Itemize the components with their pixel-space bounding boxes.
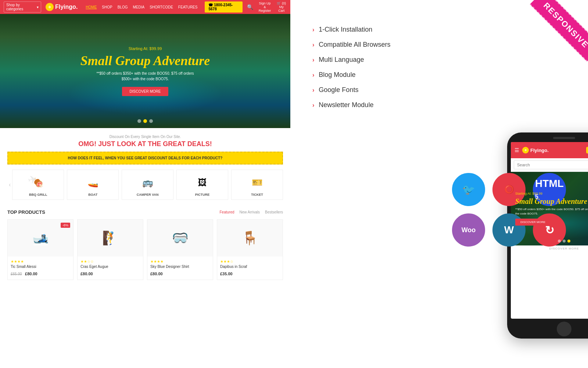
tech-icon-twitter[interactable]: 🐦 [452, 173, 485, 206]
picture-icon: 🖼 [194, 174, 211, 191]
boat-label: BOAT [88, 193, 97, 197]
shop-by-label: Shop by categories [6, 3, 36, 11]
phone-dot-3[interactable] [567, 240, 570, 243]
left-panel: Shop by categories ▾ ✈ Flyingo. HOME SHO… [0, 0, 290, 368]
hero-section: Starting At: $99.99 Small Group Adventur… [0, 14, 290, 128]
product-name-3: Dapibus in Scraf [220, 265, 280, 269]
product-stars-1: ★★☆☆ [80, 259, 140, 263]
nav-shop[interactable]: SHOP [102, 5, 112, 9]
hero-title: Small Group Adventure [80, 53, 210, 68]
feature-label-4: Google Fonts [319, 86, 358, 94]
boat-icon: 🚤 [85, 174, 101, 191]
feature-item-5: › Newsletter Module [312, 101, 566, 109]
navbar-logo[interactable]: ✈ Flyingo. [46, 3, 78, 11]
phone-speaker [553, 137, 575, 139]
product-card-2[interactable]: 🥽 ★★★★ Sky Blue Designer Shirt £80.00 [147, 219, 213, 280]
phone-nav-right: 📞 👤 🛒 0 [586, 147, 588, 153]
wordpress-icon: W [504, 224, 514, 236]
product-name-0: Tic Small Alessi [11, 265, 70, 269]
camper-van-label: CAMPER VAN [137, 193, 159, 197]
phone-search-bar: 🔍 [511, 158, 588, 172]
phone-dots [558, 240, 570, 243]
responsive-badge: RESPONSIVE [514, 0, 588, 74]
product-card-1[interactable]: 🧗 ★★☆☆ Cras Eget Augue £80.00 [77, 219, 143, 280]
logo-icon: ✈ [46, 3, 54, 11]
feature-label-2: Multi Language [319, 56, 364, 64]
cart-link[interactable]: 🛒 (0) My Cart [276, 1, 287, 13]
categories-prev-arrow[interactable]: ‹ [7, 181, 12, 188]
nav-shortcode[interactable]: SHORTCODE [150, 5, 173, 9]
tab-new-arrivals[interactable]: New Arrivals [240, 210, 260, 214]
feature-arrow-icon-4: › [312, 87, 314, 93]
phone-home-button[interactable] [557, 322, 571, 336]
hero-dot-2[interactable] [143, 119, 147, 123]
deals-banner: HOW DOES IT FEEL, WHEN YOU SEE GREAT DIS… [7, 152, 283, 164]
product-img-1: 🧗 [78, 220, 143, 256]
product-card-3[interactable]: 🪑 ★★★☆ Dapibus in Scraf £35.00 [217, 219, 283, 280]
category-camper-van[interactable]: 🚌 CAMPER VAN [122, 170, 173, 200]
deals-subtitle: Discount On Every Single Item On Our Sit… [7, 135, 283, 139]
phone-hero-button[interactable]: DISCOVER MORE [515, 219, 551, 226]
category-boat[interactable]: 🚤 BOAT [67, 170, 119, 200]
nav-features[interactable]: FEATURES [178, 5, 198, 9]
picture-label: PICTURE [195, 193, 210, 197]
deals-title: OMG! JUST LOOK AT THE GREAT DEALS! [7, 140, 283, 148]
phone-hero-starting: Starting At: $99.99 [515, 192, 542, 195]
phone-dot-2[interactable] [563, 240, 566, 243]
feature-arrow-icon-5: › [312, 102, 314, 109]
search-icon[interactable]: 🔍 [247, 4, 253, 10]
phone-search-input[interactable] [514, 160, 588, 169]
category-ticket[interactable]: 🎫 TICKET [231, 170, 283, 200]
responsive-badge-text: RESPONSIVE [530, 0, 588, 61]
phone-dot-1[interactable] [558, 240, 561, 243]
phone-call-icon[interactable]: 📞 [586, 147, 588, 153]
hero-starting: Starting At: $99.99 [129, 46, 162, 51]
ticket-icon: 🎫 [249, 174, 265, 191]
product-badge-0: -6% [61, 223, 70, 228]
bbq-label: BBQ GRILL [29, 193, 47, 197]
feature-arrow-icon-2: › [312, 57, 314, 63]
deals-section: Discount On Every Single Item On Our Sit… [0, 128, 290, 209]
twitter-icon: 🐦 [462, 184, 475, 196]
hero-dot-1[interactable] [137, 119, 141, 123]
nav-blog[interactable]: BLOG [118, 5, 128, 9]
nav-right: 🔍 Sign Up & Register 🛒 (0) My Cart [247, 1, 287, 13]
hero-dots [137, 119, 153, 123]
tab-featured[interactable]: Featured [219, 210, 234, 214]
product-info-2: ★★★★ Sky Blue Designer Shirt £80.00 [147, 256, 213, 280]
phone-logo-text: Flyingo. [530, 148, 549, 153]
phone-button[interactable]: ☎ 1800-2345-5678 [205, 1, 243, 13]
opencart-icon: ⭕ [504, 185, 514, 194]
hamburger-icon[interactable]: ☰ [514, 147, 519, 153]
category-bbq-grill[interactable]: 🍖 BBQ GRILL [12, 170, 64, 200]
phone-navbar: ☰ ✈ Flyingo. 📞 👤 🛒 0 [511, 142, 588, 158]
products-grid: -6% 🎿 ★★★★ Tic Small Alessi £65.00 £80.0… [7, 219, 283, 280]
hero-subtitle: **$50 off orders $350+ with the code BOO… [94, 71, 197, 82]
shop-by-button[interactable]: Shop by categories ▾ [4, 1, 41, 13]
feature-arrow-icon-0: › [312, 26, 314, 33]
hero-dot-3[interactable] [149, 119, 153, 123]
products-title: TOP PRODUCTS [7, 209, 45, 215]
navbar: Shop by categories ▾ ✈ Flyingo. HOME SHO… [0, 0, 290, 14]
tab-bestsellers[interactable]: Bestsellers [265, 210, 283, 214]
categories-row: ‹ 🍖 BBQ GRILL 🚤 BOAT 🚌 CAMPER VAN 🖼 PICT… [7, 170, 283, 200]
categories-list: 🍖 BBQ GRILL 🚤 BOAT 🚌 CAMPER VAN 🖼 PICTUR… [12, 170, 283, 200]
sign-up-link[interactable]: Sign Up & Register [258, 1, 272, 13]
product-stars-0: ★★★★ [11, 259, 70, 263]
product-card-0[interactable]: -6% 🎿 ★★★★ Tic Small Alessi £65.00 £80.0… [7, 219, 74, 280]
right-panel: RESPONSIVE › 1-Click Installation › Comp… [290, 0, 588, 368]
phone-hero-title: Small Group Adventure [515, 197, 587, 206]
tech-icon-woocommerce[interactable]: Woo [452, 213, 485, 247]
dropdown-arrow-icon: ▾ [37, 5, 39, 9]
category-picture[interactable]: 🖼 PICTURE [176, 170, 228, 200]
feature-item-4: › Google Fonts [312, 86, 566, 94]
refresh-icon: ↻ [545, 224, 554, 237]
nav-media[interactable]: MEDIA [133, 5, 144, 9]
hero-discover-button[interactable]: DISCOVER MORE [122, 87, 168, 96]
phone-logo: ✈ Flyingo. [522, 147, 549, 153]
feature-label-0: 1-Click Installation [319, 26, 372, 33]
nav-home[interactable]: HOME [86, 5, 97, 9]
products-section: TOP PRODUCTS Featured New Arrivals Bests… [0, 209, 290, 280]
product-img-2: 🥽 [147, 220, 213, 256]
product-name-2: Sky Blue Designer Shirt [150, 265, 210, 269]
